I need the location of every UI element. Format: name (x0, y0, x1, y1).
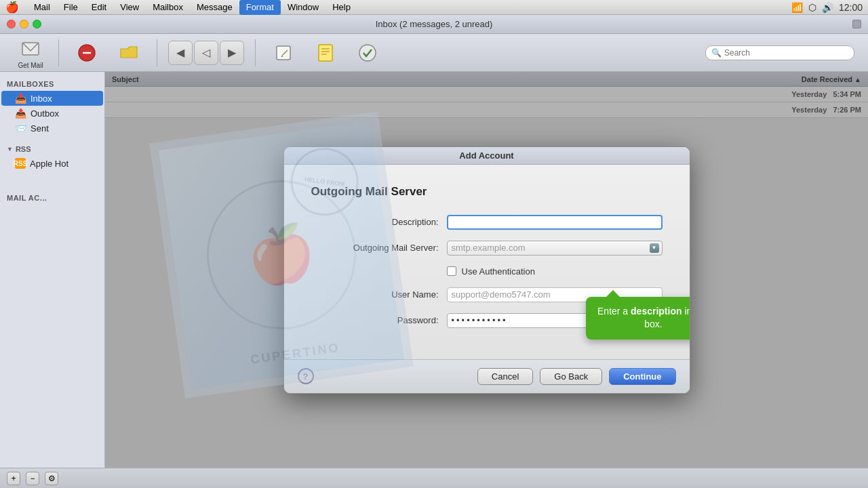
window-title: Inbox (2 messages, 2 unread) (376, 19, 493, 29)
menubar-format[interactable]: Format (239, 0, 281, 15)
apple-menu-icon[interactable]: 🍎 (5, 1, 19, 14)
forward-button[interactable]: ▶ (220, 41, 244, 65)
rss-section-header[interactable]: ▼ RSS (0, 142, 104, 156)
mail-accounts-header: MAIL AC... (0, 191, 104, 205)
settings-button[interactable]: ⚙ (45, 472, 58, 485)
note-button[interactable] (309, 41, 342, 65)
sent-label: Sent (31, 123, 49, 134)
close-button[interactable] (7, 20, 16, 28)
sent-icon: 📨 (15, 123, 26, 134)
wifi-icon: 📶 (791, 2, 803, 13)
help-button[interactable]: ? (298, 368, 314, 384)
toolbar-separator-1 (58, 39, 59, 66)
mailboxes-header: MAILBOXES (0, 77, 104, 91)
bluetooth-icon: ⬡ (808, 2, 816, 13)
go-back-button[interactable]: Go Back (540, 368, 602, 385)
sidebar-item-inbox[interactable]: 📥 Inbox (1, 91, 103, 106)
menubar-view[interactable]: View (113, 0, 146, 15)
volume-icon: 🔊 (822, 2, 833, 13)
combo-arrow-icon: ▼ (650, 243, 659, 253)
toolbar-separator-2 (157, 39, 157, 66)
collapse-button[interactable] (852, 20, 861, 28)
dialog-title: Add Account (459, 150, 513, 161)
dialog-footer: ? Cancel Go Back Continue (284, 359, 690, 393)
nav-buttons: ◀ ◁ ▶ (168, 41, 244, 65)
note-icon (313, 41, 338, 65)
tooltip-bubble: Enter a description in this box. (586, 297, 690, 340)
folder-button[interactable] (112, 41, 146, 65)
menubar-file[interactable]: File (57, 0, 85, 15)
get-mail-icon (18, 36, 43, 60)
sidebar: MAILBOXES 📥 Inbox 📤 Outbox 📨 Sent ▼ RSS … (0, 72, 105, 468)
compose-icon (271, 41, 296, 65)
main-window: Inbox (2 messages, 2 unread) Get Mail (0, 15, 868, 488)
get-mail-button[interactable]: Get Mail (14, 36, 47, 69)
outgoing-server-value: smtp.example.com (452, 243, 526, 253)
check-icon (355, 41, 380, 65)
sidebar-item-sent[interactable]: 📨 Sent (1, 121, 103, 136)
inbox-label: Inbox (31, 94, 52, 104)
window-titlebar: Inbox (2 messages, 2 unread) (0, 15, 868, 34)
use-auth-row: Use Authentication (311, 266, 663, 277)
dialog-content: Outgoing Mail Server Description: Outgoi… (284, 165, 690, 359)
get-mail-label: Get Mail (18, 62, 43, 69)
svg-rect-3 (277, 46, 290, 60)
description-row: Description: (311, 215, 663, 230)
inbox-icon: 📥 (15, 93, 26, 104)
minimize-button[interactable] (20, 20, 28, 28)
menubar: 🍎 Mail File Edit View Mailbox Message Fo… (0, 0, 868, 15)
clock: 12:00 (839, 2, 863, 13)
remove-mailbox-button[interactable]: − (26, 472, 39, 485)
menubar-mailbox[interactable]: Mailbox (146, 0, 190, 15)
menubar-message[interactable]: Message (190, 0, 239, 15)
main-area: MAILBOXES 📥 Inbox 📤 Outbox 📨 Sent ▼ RSS … (0, 72, 868, 468)
continue-button[interactable]: Continue (609, 368, 675, 385)
traffic-lights (7, 20, 41, 28)
rss-triangle: ▼ (7, 146, 13, 152)
description-input[interactable] (447, 215, 663, 230)
add-mailbox-button[interactable]: + (7, 472, 20, 485)
description-label: Description: (311, 217, 447, 227)
toolbar: Get Mail ◀ ◁ ▶ (0, 34, 868, 72)
add-account-dialog: Add Account Outgoing Mail Server Descrip… (283, 146, 690, 394)
menubar-help[interactable]: Help (326, 0, 357, 15)
sidebar-item-outbox[interactable]: 📤 Outbox (1, 106, 103, 121)
check-button[interactable] (351, 41, 384, 65)
menubar-edit[interactable]: Edit (85, 0, 113, 15)
forward-prev-button[interactable]: ◁ (194, 41, 218, 65)
menubar-status-icons: 📶 ⬡ 🔊 12:00 (791, 2, 863, 13)
delete-button[interactable] (70, 41, 104, 65)
outgoing-server-row: Outgoing Mail Server: smtp.example.com ▼ (311, 241, 663, 256)
menubar-mail[interactable]: Mail (27, 0, 57, 15)
apple-hot-label: Apple Hot (30, 159, 68, 169)
search-bar[interactable]: 🔍 (705, 45, 854, 60)
svg-point-10 (359, 45, 376, 61)
svg-rect-6 (319, 45, 332, 61)
dialog-titlebar: Add Account (284, 147, 690, 165)
outgoing-server-label: Outgoing Mail Server: (311, 243, 447, 253)
outgoing-server-dropdown[interactable]: smtp.example.com ▼ (447, 241, 663, 256)
compose-button[interactable] (267, 41, 300, 65)
cancel-button[interactable]: Cancel (477, 368, 533, 385)
use-auth-checkbox[interactable] (447, 266, 456, 276)
username-label: User Name: (311, 289, 447, 300)
delete-icon (75, 41, 99, 65)
footer-right-buttons: Cancel Go Back Continue (477, 368, 676, 385)
content-area: Subject Date Received ▲ Yesterday 5:34 P… (105, 72, 868, 468)
rss-header-label: RSS (16, 145, 31, 153)
dialog-section-title: Outgoing Mail Server (311, 185, 663, 199)
search-icon: 🔍 (711, 48, 722, 58)
reply-button[interactable]: ◀ (168, 41, 193, 65)
sidebar-item-apple-hot[interactable]: RSS Apple Hot (1, 156, 103, 171)
maximize-button[interactable] (33, 20, 41, 28)
menubar-window[interactable]: Window (281, 0, 326, 15)
bottom-bar: + − ⚙ (0, 468, 868, 488)
outbox-icon: 📤 (15, 108, 26, 119)
folder-icon (117, 41, 141, 65)
search-input[interactable] (724, 48, 848, 58)
password-label: Password: (311, 315, 447, 325)
modal-overlay: 🍎 CUPERTINO HELLO FROM Add Account (105, 72, 868, 468)
rss-icon: RSS (15, 158, 26, 169)
toolbar-separator-3 (255, 39, 256, 66)
use-auth-label: Use Authentication (462, 266, 535, 277)
